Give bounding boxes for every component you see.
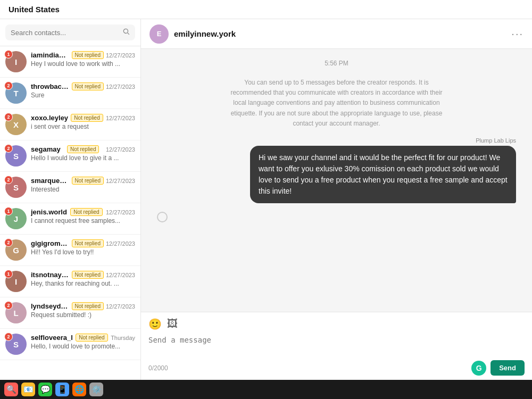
- avatar-wrap: S 2: [5, 334, 27, 355]
- contact-top-row: itsnotnayarrr Not replied 12/27/2023: [31, 271, 135, 279]
- outgoing-message-bubble: Hi we saw your channel and it would be t…: [250, 146, 516, 203]
- contact-date: 12/27/2023: [106, 146, 135, 153]
- contact-item[interactable]: T 2 throwbackpi... Not replied 12/27/202…: [0, 78, 140, 109]
- send-button[interactable]: Send: [491, 360, 525, 376]
- contact-status: Not replied: [71, 114, 103, 122]
- emoji-icon[interactable]: 🙂: [148, 318, 162, 330]
- sender-label: Plump Lab Lips: [476, 137, 516, 144]
- more-options-button[interactable]: ···: [511, 28, 523, 40]
- contact-date: 12/27/2023: [106, 209, 135, 215]
- message-input[interactable]: [148, 334, 525, 355]
- contact-name: xoxo.leyley: [31, 114, 68, 122]
- contact-info: selfloveera_l Not replied Thursday Hello…: [31, 334, 135, 350]
- outgoing-message-row: Plump Lab Lips Hi we saw your channel an…: [157, 137, 516, 203]
- contact-item[interactable]: J 1 jenis.world Not replied 12/27/2023 I…: [0, 203, 140, 235]
- contact-top-row: selfloveera_l Not replied Thursday: [31, 334, 135, 342]
- contact-info: lyndseydotw Not replied 12/27/2023 Reque…: [31, 302, 135, 319]
- contacts-list: I 1 iamindiaaxo Not replied 12/27/2023 H…: [0, 46, 140, 380]
- avatar-wrap: I 1: [5, 271, 27, 292]
- contact-status: Not replied: [72, 51, 104, 59]
- taskbar-icon[interactable]: ⚙️: [89, 383, 103, 396]
- contact-name: gigigrombac...: [31, 239, 70, 247]
- taskbar-icon[interactable]: 🌐: [72, 383, 86, 396]
- contact-preview: Hello, I would love to promote...: [31, 343, 135, 350]
- contact-top-row: smarques90 Not replied 12/27/2023: [31, 177, 135, 185]
- contact-top-row: lyndseydotw Not replied 12/27/2023: [31, 302, 135, 310]
- contact-item[interactable]: S 2 segamay Not replied 12/27/2023 Hello…: [0, 140, 140, 172]
- contact-preview: Request submitted! :): [31, 311, 135, 319]
- contact-item[interactable]: S 2 smarques90 Not replied 12/27/2023 In…: [0, 172, 140, 203]
- grammarly-icon: G: [471, 361, 486, 376]
- contact-preview: Hello I would love to give it a ...: [31, 154, 135, 162]
- avatar-wrap: S 2: [5, 177, 27, 198]
- contact-item[interactable]: S 2 selfloveera_l Not replied Thursday H…: [0, 329, 140, 360]
- contact-preview: Hey I would love to work with ...: [31, 60, 135, 68]
- contact-info: smarques90 Not replied 12/27/2023 Intere…: [31, 177, 135, 193]
- avatar-badge: 2: [4, 238, 13, 247]
- contact-date: 12/27/2023: [106, 178, 135, 184]
- contact-top-row: segamay Not replied 12/27/2023: [31, 145, 135, 153]
- avatar-badge: 2: [4, 113, 13, 121]
- contact-top-row: xoxo.leyley Not replied 12/27/2023: [31, 114, 135, 122]
- right-panel: E emilyinnew.york ··· 5:56 PM You can se…: [141, 19, 532, 380]
- avatar-badge: 1: [4, 50, 13, 59]
- contact-preview: Hi!! Yes I'd love to try!!: [31, 248, 135, 256]
- contact-info: iamindiaaxo Not replied 12/27/2023 Hey I…: [31, 51, 135, 68]
- contact-info: throwbackpi... Not replied 12/27/2023 Su…: [31, 82, 135, 99]
- avatar-badge: 1: [4, 207, 13, 215]
- avatar-wrap: S 2: [5, 145, 27, 167]
- contact-name: segamay: [31, 145, 61, 153]
- contact-name: jenis.world: [31, 208, 67, 216]
- contact-info: xoxo.leyley Not replied 12/27/2023 i sen…: [31, 114, 135, 130]
- taskbar-icon[interactable]: 💬: [38, 383, 52, 396]
- search-icon: [122, 28, 130, 37]
- contact-date: 12/27/2023: [106, 84, 135, 90]
- contact-item[interactable]: L 2 lyndseydotw Not replied 12/27/2023 R…: [0, 297, 140, 329]
- header-avatar: E: [149, 24, 169, 44]
- taskbar-icon[interactable]: 🔍: [4, 383, 18, 396]
- contact-status: Not replied: [76, 334, 107, 342]
- left-panel: I 1 iamindiaaxo Not replied 12/27/2023 H…: [0, 19, 141, 380]
- contact-status: Not replied: [72, 239, 104, 247]
- contact-name: iamindiaaxo: [31, 51, 70, 59]
- avatar-badge: 2: [4, 332, 13, 341]
- contact-item[interactable]: I 1 iamindiaaxo Not replied 12/27/2023 H…: [0, 46, 140, 78]
- avatar-badge: 2: [4, 144, 13, 153]
- avatar-badge: 1: [4, 270, 13, 278]
- contact-name: smarques90: [31, 177, 70, 185]
- contact-top-row: jenis.world Not replied 12/27/2023: [31, 208, 135, 216]
- taskbar-icon[interactable]: 📧: [21, 383, 35, 396]
- avatar-wrap: L 2: [5, 302, 27, 323]
- image-icon[interactable]: 🖼: [167, 318, 178, 330]
- contact-info: gigigrombac... Not replied 12/27/2023 Hi…: [31, 239, 135, 256]
- avatar-badge: 2: [4, 81, 13, 90]
- taskbar-icon[interactable]: 📱: [55, 383, 69, 396]
- contact-item[interactable]: I 1 itsnotnayarrr Not replied 12/27/2023…: [0, 266, 140, 297]
- compose-area: 🙂 🖼 0/2000 G Send: [141, 312, 532, 380]
- contact-preview: Sure: [31, 92, 135, 99]
- chat-time-label: 5:56 PM: [157, 60, 516, 67]
- top-bar-title: United States: [9, 5, 60, 14]
- contact-item[interactable]: X 2 xoxo.leyley Not replied 12/27/2023 i…: [0, 109, 140, 140]
- avatar-wrap: T 2: [5, 82, 27, 104]
- taskbar: 🔍📧💬📱🌐⚙️: [0, 380, 532, 399]
- contact-name: selfloveera_l: [31, 334, 73, 342]
- contact-date: 12/27/2023: [106, 272, 135, 278]
- search-input[interactable]: [11, 29, 119, 37]
- contact-name: lyndseydotw: [31, 302, 70, 310]
- contact-preview: Interested: [31, 186, 135, 193]
- chat-area: 5:56 PM You can send up to 5 messages be…: [141, 49, 532, 312]
- contact-item[interactable]: G 2 gigigrombac... Not replied 12/27/202…: [0, 235, 140, 266]
- contact-top-row: throwbackpi... Not replied 12/27/2023: [31, 82, 135, 90]
- avatar-badge: 2: [4, 176, 13, 184]
- avatar-wrap: I 1: [5, 51, 27, 72]
- char-count: 0/2000: [148, 364, 168, 372]
- contact-status: Not replied: [72, 271, 104, 279]
- contact-date: 12/27/2023: [106, 303, 135, 310]
- contact-preview: I cannot request free samples...: [31, 217, 135, 225]
- avatar-wrap: J 1: [5, 208, 27, 229]
- top-bar: United States: [0, 0, 532, 19]
- contact-preview: i sent over a request: [31, 123, 135, 130]
- contact-date: 12/27/2023: [106, 240, 135, 247]
- contact-date: Thursday: [111, 335, 135, 341]
